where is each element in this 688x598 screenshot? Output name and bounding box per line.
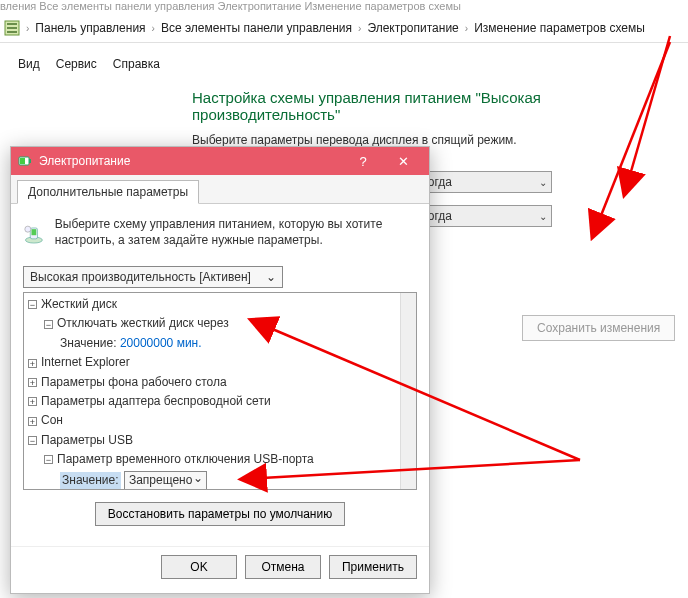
expand-icon[interactable]: + (28, 378, 37, 387)
hdd-timeout-value[interactable]: 20000000 мин. (120, 336, 202, 350)
collapse-icon[interactable]: − (44, 320, 53, 329)
tree-hdd-turnoff[interactable]: Отключать жесткий диск через (57, 316, 229, 330)
svg-rect-2 (29, 159, 31, 163)
tree-desktop-bg[interactable]: Параметры фона рабочего стола (41, 375, 227, 389)
tree-usb-suspend[interactable]: Параметр временного отключения USB-порта (57, 452, 314, 466)
tree-ie[interactable]: Internet Explorer (41, 355, 130, 369)
ok-button[interactable]: OK (161, 555, 237, 579)
help-button[interactable]: ? (343, 147, 383, 175)
tab-advanced[interactable]: Дополнительные параметры (17, 180, 199, 204)
collapse-icon[interactable]: − (44, 455, 53, 464)
value-label: Значение: (60, 336, 117, 350)
svg-rect-6 (31, 229, 36, 235)
breadcrumb-item[interactable]: Панель управления (35, 21, 145, 35)
apply-button[interactable]: Применить (329, 555, 417, 579)
dialog-intro-text: Выберите схему управления питанием, кото… (55, 216, 417, 248)
expand-icon[interactable]: + (28, 359, 37, 368)
usb-suspend-value[interactable]: Запрещено (124, 471, 207, 490)
value-label: Значение: (60, 472, 121, 489)
close-button[interactable]: ✕ (383, 147, 423, 175)
tree-sleep[interactable]: Сон (41, 413, 63, 427)
collapse-icon[interactable]: − (28, 300, 37, 309)
power-plan-icon (23, 216, 45, 252)
svg-point-7 (25, 226, 31, 232)
save-changes-button[interactable]: Сохранить изменения (522, 315, 675, 341)
battery-icon (17, 153, 33, 169)
menu-bar: Вид Сервис Справка (0, 51, 688, 77)
chevron-right-icon: › (358, 23, 361, 34)
active-scheme-value: Высокая производительность [Активен] (30, 270, 251, 284)
page-heading: Настройка схемы управления питанием "Выс… (192, 89, 688, 123)
active-scheme-select[interactable]: Высокая производительность [Активен] ⌄ (23, 266, 283, 288)
chevron-down-icon: ⌄ (539, 211, 547, 222)
collapse-icon[interactable]: − (28, 436, 37, 445)
restore-defaults-button[interactable]: Восстановить параметры по умолчанию (95, 502, 345, 526)
svg-rect-3 (20, 158, 25, 164)
chevron-down-icon: ⌄ (266, 270, 276, 284)
control-panel-icon (4, 20, 20, 36)
menu-help[interactable]: Справка (113, 57, 160, 71)
tree-wireless[interactable]: Параметры адаптера беспроводной сети (41, 394, 271, 408)
chevron-right-icon: › (152, 23, 155, 34)
scrollbar[interactable] (400, 293, 416, 489)
chevron-right-icon: › (26, 23, 29, 34)
tab-strip: Дополнительные параметры (11, 175, 429, 204)
tree-usb[interactable]: Параметры USB (41, 433, 133, 447)
chevron-right-icon: › (465, 23, 468, 34)
breadcrumb-item[interactable]: Электропитание (367, 21, 458, 35)
breadcrumb: › Панель управления › Все элементы панел… (0, 14, 688, 43)
power-options-dialog: Электропитание ? ✕ Дополнительные параме… (10, 146, 430, 594)
window-title-remnant: вления Все элементы панели управления Эл… (0, 0, 688, 14)
breadcrumb-item[interactable]: Изменение параметров схемы (474, 21, 645, 35)
dialog-titlebar: Электропитание ? ✕ (11, 147, 429, 175)
settings-tree[interactable]: −Жесткий диск −Отключать жесткий диск че… (23, 292, 417, 490)
menu-view[interactable]: Вид (18, 57, 40, 71)
expand-icon[interactable]: + (28, 417, 37, 426)
tree-hard-disk[interactable]: Жесткий диск (41, 297, 117, 311)
page-subtext: Выберите параметры перевода дисплея в сп… (192, 133, 688, 147)
breadcrumb-item[interactable]: Все элементы панели управления (161, 21, 352, 35)
menu-service[interactable]: Сервис (56, 57, 97, 71)
dialog-title: Электропитание (39, 154, 343, 168)
chevron-down-icon: ⌄ (539, 177, 547, 188)
cancel-button[interactable]: Отмена (245, 555, 321, 579)
expand-icon[interactable]: + (28, 397, 37, 406)
